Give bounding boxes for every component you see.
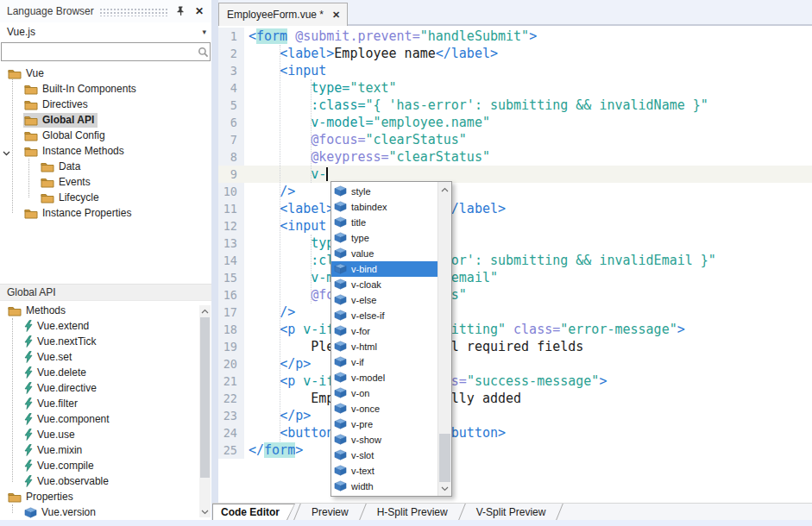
code-line-text[interactable]: <input (244, 62, 326, 79)
tree-scrollbar[interactable] (199, 305, 211, 517)
tree-item-vue-component[interactable]: Vue.component (0, 411, 211, 427)
tree-item-vue-observable[interactable]: Vue.observable (0, 473, 211, 489)
code-line-7[interactable]: 7 @focus="clearStatus" (218, 131, 812, 148)
completion-item-type[interactable]: type (331, 230, 437, 246)
completion-item-width[interactable]: width (331, 479, 437, 494)
code-line-3[interactable]: 3 <input (218, 62, 812, 79)
tree-item-events[interactable]: Events (0, 174, 211, 190)
editor-body[interactable]: 1<form @submit.prevent="handleSubmit">2 … (218, 26, 812, 503)
completion-item-v-once[interactable]: v-once (331, 401, 437, 416)
language-select[interactable]: Vue.js ▾ (0, 22, 211, 41)
completion-item-v-else-if[interactable]: v-else-if (331, 308, 437, 323)
pin-icon[interactable] (173, 4, 187, 18)
view-tab-h-split-preview[interactable]: H-Split Preview (365, 504, 460, 520)
code-line-text[interactable]: @keypress="clearStatus" (244, 148, 490, 166)
code-line-text[interactable]: </p> (244, 407, 311, 424)
scroll-down-icon[interactable] (199, 506, 211, 517)
code-line-text[interactable]: </p> (244, 355, 311, 373)
code-line-6[interactable]: 6 v-model="employee.name" (218, 114, 812, 131)
tree-item-vue[interactable]: Vue (0, 66, 211, 81)
code-line-14[interactable]: 14 :class="{ 'has-error': submitting && … (218, 252, 812, 269)
tree-item-global-config[interactable]: Global Config (0, 128, 211, 143)
completion-item-style[interactable]: style (331, 184, 437, 199)
code-line-text[interactable]: <form @submit.prevent="handleSubmit"> (244, 28, 537, 45)
code-line-1[interactable]: 1<form @submit.prevent="handleSubmit"> (218, 28, 812, 45)
completion-item-tabindex[interactable]: tabindex (331, 199, 437, 215)
tree-item-properties[interactable]: Properties (0, 489, 211, 504)
tree-item-vue-delete[interactable]: Vue.delete (0, 365, 211, 380)
code-line-text[interactable]: /> (244, 183, 295, 200)
completion-item-v-html[interactable]: v-html (331, 339, 437, 354)
code-line-text[interactable]: v- (244, 166, 328, 183)
completion-item-v-model[interactable]: v-model (331, 370, 437, 385)
code-line-5[interactable]: 5 :class="{ 'has-error': submitting && i… (218, 97, 812, 114)
code-line-20[interactable]: 20 </p> (218, 355, 812, 373)
code-line-23[interactable]: 23 </p> (218, 407, 812, 424)
tree-item-built-in-components[interactable]: Built-In Components (0, 81, 211, 97)
code-line-8[interactable]: 8 @keypress="clearStatus" (218, 148, 812, 166)
completion-item-value[interactable]: value (331, 246, 437, 261)
code-line-text[interactable]: type="text" (244, 79, 397, 97)
tree-item-global-api[interactable]: Global API (0, 112, 211, 128)
code-line-13[interactable]: 13 type="text" (218, 235, 812, 252)
view-tab-v-split-preview[interactable]: V-Split Preview (464, 504, 558, 520)
code-line-text[interactable]: :class="{ 'has-error': submitting && inv… (244, 252, 716, 269)
panel-splitter[interactable] (211, 0, 218, 520)
code-line-text[interactable]: /> (244, 304, 295, 321)
code-line-2[interactable]: 2 <label>Employee name</label> (218, 45, 812, 62)
tree-item-vue-version[interactable]: Vue.version (0, 504, 211, 518)
code-line-text[interactable]: @focus="clearStatus" (244, 131, 467, 148)
completion-item-v-bind[interactable]: v-bind (331, 261, 437, 277)
completion-item-v-for[interactable]: v-for (331, 323, 437, 339)
code-line-25[interactable]: 25</form> (218, 441, 812, 459)
code-line-22[interactable]: 22 Employee successfully added (218, 390, 812, 407)
tree-item-vue-mixin[interactable]: Vue.mixin (0, 442, 211, 458)
completion-item-v-if[interactable]: v-if (331, 354, 437, 370)
code-line-19[interactable]: 19 Please fill out all required fields (218, 338, 812, 355)
code-line-text[interactable]: :class="{ 'has-error': submitting && inv… (244, 97, 708, 114)
completion-item-v-show[interactable]: v-show (331, 432, 437, 448)
completion-item-v-cloak[interactable]: v-cloak (331, 277, 437, 292)
tree-item-vue-compile[interactable]: Vue.compile (0, 458, 211, 473)
completion-item-v-text[interactable]: v-text (331, 463, 437, 479)
tree-item-directives[interactable]: Directives (0, 97, 211, 112)
tree-item-data[interactable]: Data (0, 159, 211, 174)
completion-item-v-else[interactable]: v-else (331, 292, 437, 308)
completion-item-title[interactable]: title (331, 215, 437, 230)
code-line-text[interactable]: v-model="employee.name" (244, 114, 490, 131)
code-line-text[interactable]: <label>Employee name</label> (244, 45, 498, 62)
code-line-17[interactable]: 17 /> (218, 304, 812, 321)
tree-item-instance-methods[interactable]: Instance Methods (0, 143, 211, 159)
view-tab-preview[interactable]: Preview (299, 504, 361, 520)
scrollbar-thumb[interactable] (439, 434, 450, 482)
code-line-21[interactable]: 21 <p v-if="success" class="success-mess… (218, 373, 812, 390)
completion-item-v-slot[interactable]: v-slot (331, 448, 437, 463)
search-input[interactable] (2, 44, 196, 59)
expander-chevron-icon[interactable] (3, 147, 10, 159)
tree-item-vue-nexttick[interactable]: Vue.nextTick (0, 334, 211, 349)
tree-item-vue-extend[interactable]: Vue.extend (0, 318, 211, 334)
code-line-9[interactable]: 9 v- (218, 166, 812, 183)
tree-item-vue-set[interactable]: Vue.set (0, 349, 211, 365)
code-line-text[interactable]: <p v-if="error && submitting" class="err… (244, 321, 685, 338)
tree-item-vue-filter[interactable]: Vue.filter (0, 396, 211, 411)
tree-item-methods[interactable]: Methods (0, 303, 211, 318)
code-line-text[interactable]: </form> (244, 441, 303, 459)
tree-item-instance-properties[interactable]: Instance Properties (0, 205, 211, 221)
scrollbar-thumb[interactable] (200, 317, 210, 478)
scroll-down-icon[interactable] (438, 482, 451, 495)
completion-item-v-on[interactable]: v-on (331, 385, 437, 401)
autocomplete-scrollbar[interactable] (437, 182, 451, 496)
close-icon[interactable]: ✕ (192, 4, 206, 18)
tree-item-vue-directive[interactable]: Vue.directive (0, 380, 211, 396)
scroll-up-icon[interactable] (199, 305, 211, 316)
code-line-text[interactable]: <input (244, 217, 326, 235)
tab-close-icon[interactable]: ✕ (332, 9, 340, 21)
code-line-4[interactable]: 4 type="text" (218, 79, 812, 97)
document-tab[interactable]: EmployeeForm.vue * ✕ (218, 3, 348, 26)
code-line-15[interactable]: 15 v-model="employee.email" (218, 269, 812, 286)
view-tab-code-editor[interactable]: Code Editor (212, 504, 295, 520)
code-line-11[interactable]: 11 <label>Employee email</label> (218, 200, 812, 217)
code-line-12[interactable]: 12 <input (218, 217, 812, 235)
scroll-up-icon[interactable] (438, 183, 451, 196)
